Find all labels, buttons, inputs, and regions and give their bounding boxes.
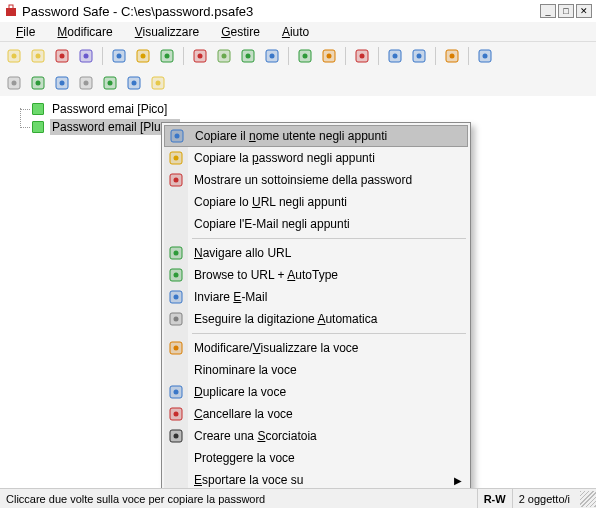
autotype-tb-icon[interactable] bbox=[214, 46, 234, 66]
window-controls: _ □ ✕ bbox=[538, 4, 592, 18]
globe-plus-icon bbox=[168, 267, 184, 283]
svg-point-33 bbox=[417, 54, 422, 59]
mail-icon bbox=[168, 289, 184, 305]
menu-help[interactable]: Aiuto bbox=[272, 23, 319, 41]
close-window-button[interactable]: ✕ bbox=[576, 4, 592, 18]
help-icon[interactable] bbox=[475, 46, 495, 66]
resize-grip[interactable] bbox=[580, 491, 596, 507]
close-icon[interactable] bbox=[52, 46, 72, 66]
find-icon[interactable] bbox=[100, 73, 120, 93]
new-file-icon[interactable] bbox=[4, 46, 24, 66]
context-menu-item[interactable]: Inviare E-Mail bbox=[164, 286, 468, 308]
clear-clipboard-icon[interactable] bbox=[190, 46, 210, 66]
context-menu-label: Cancellare la voce bbox=[194, 407, 293, 421]
svg-point-59 bbox=[174, 251, 179, 256]
list-icon[interactable] bbox=[76, 73, 96, 93]
menu-file[interactable]: File bbox=[6, 23, 45, 41]
tag-green-icon[interactable] bbox=[28, 73, 48, 93]
context-menu-item[interactable]: Modificare/Visualizzare la voce bbox=[164, 337, 468, 359]
context-menu-separator bbox=[192, 238, 466, 239]
globe-icon bbox=[168, 245, 184, 261]
context-menu: Copiare il nome utente negli appuntiCopi… bbox=[161, 122, 471, 508]
key-copy-icon[interactable] bbox=[133, 46, 153, 66]
user-copy-icon[interactable] bbox=[109, 46, 129, 66]
toolbar-separator bbox=[378, 47, 379, 65]
status-count: 2 oggetto/i bbox=[512, 489, 576, 508]
context-menu-label: Browse to URL + AutoType bbox=[194, 268, 338, 282]
svg-point-65 bbox=[174, 317, 179, 322]
minimize-button[interactable]: _ bbox=[540, 4, 556, 18]
context-menu-item[interactable]: Navigare allo URL bbox=[164, 242, 468, 264]
toolbar-separator bbox=[468, 47, 469, 65]
expand-icon[interactable] bbox=[385, 46, 405, 66]
context-menu-label: Copiare il nome utente negli appunti bbox=[195, 129, 387, 143]
context-menu-item[interactable]: Copiare l'E-Mail negli appunti bbox=[164, 213, 468, 235]
context-menu-item[interactable]: Eseguire la digitazione Automatica bbox=[164, 308, 468, 330]
svg-point-37 bbox=[483, 54, 488, 59]
svg-point-67 bbox=[174, 346, 179, 351]
maximize-button[interactable]: □ bbox=[558, 4, 574, 18]
svg-point-53 bbox=[175, 134, 180, 139]
context-menu-label: Copiare la password negli appunti bbox=[194, 151, 375, 165]
mail-tb-icon[interactable] bbox=[262, 46, 282, 66]
svg-point-9 bbox=[84, 54, 89, 59]
open-file-icon[interactable] bbox=[28, 46, 48, 66]
context-menu-item[interactable]: Duplicare la voce bbox=[164, 381, 468, 403]
toolbar-separator bbox=[345, 47, 346, 65]
save-icon[interactable] bbox=[76, 46, 96, 66]
tag-icon[interactable] bbox=[4, 73, 24, 93]
svg-point-73 bbox=[174, 434, 179, 439]
toolbar-separator bbox=[435, 47, 436, 65]
delete-tb-icon[interactable] bbox=[352, 46, 372, 66]
svg-point-19 bbox=[222, 54, 227, 59]
autotype-icon bbox=[168, 311, 184, 327]
context-menu-item[interactable]: Browse to URL + AutoType bbox=[164, 264, 468, 286]
toolbar-separator bbox=[102, 47, 103, 65]
context-menu-label: Creare una Scorciatoia bbox=[194, 429, 317, 443]
folder-icon[interactable] bbox=[148, 73, 168, 93]
svg-point-55 bbox=[174, 156, 179, 161]
add-entry-tb-icon[interactable] bbox=[295, 46, 315, 66]
pencil-icon bbox=[168, 340, 184, 356]
toolbar-secondary bbox=[0, 70, 596, 96]
mail-small-icon[interactable] bbox=[124, 73, 144, 93]
edit-entry-tb-icon[interactable] bbox=[319, 46, 339, 66]
user-small-icon[interactable] bbox=[52, 73, 72, 93]
svg-point-17 bbox=[198, 54, 203, 59]
delete-icon bbox=[168, 406, 184, 422]
svg-point-49 bbox=[132, 81, 137, 86]
context-menu-label: Mostrare un sottoinsieme della password bbox=[194, 173, 412, 187]
svg-point-25 bbox=[303, 54, 308, 59]
svg-point-41 bbox=[36, 81, 41, 86]
status-hint: Cliccare due volte sulla voce per copiar… bbox=[0, 493, 477, 505]
context-menu-item[interactable]: Copiare lo URL negli appunti bbox=[164, 191, 468, 213]
collapse-icon[interactable] bbox=[409, 46, 429, 66]
context-menu-item[interactable]: Cancellare la voce bbox=[164, 403, 468, 425]
subset-icon bbox=[168, 172, 184, 188]
notes-copy-icon[interactable] bbox=[157, 46, 177, 66]
tree-item[interactable]: Password emai [Pico] bbox=[6, 100, 596, 118]
menu-edit[interactable]: Modificare bbox=[47, 23, 122, 41]
svg-point-57 bbox=[174, 178, 179, 183]
context-menu-item[interactable]: Proteggere la voce bbox=[164, 447, 468, 469]
status-rw: R-W bbox=[477, 489, 512, 508]
menu-view[interactable]: Visualizzare bbox=[125, 23, 210, 41]
svg-point-11 bbox=[117, 54, 122, 59]
svg-point-15 bbox=[165, 54, 170, 59]
context-menu-item[interactable]: Mostrare un sottoinsieme della password bbox=[164, 169, 468, 191]
menu-manage[interactable]: Gestire bbox=[211, 23, 270, 41]
context-menu-label: Esportare la voce su bbox=[194, 473, 303, 487]
menu-bar: File Modificare Visualizzare Gestire Aiu… bbox=[0, 22, 596, 42]
context-menu-label: Modificare/Visualizzare la voce bbox=[194, 341, 359, 355]
options-icon[interactable] bbox=[442, 46, 462, 66]
context-menu-item[interactable]: Copiare il nome utente negli appunti bbox=[164, 125, 468, 147]
context-menu-item[interactable]: Rinominare la voce bbox=[164, 359, 468, 381]
svg-point-47 bbox=[108, 81, 113, 86]
globe-tb-icon[interactable] bbox=[238, 46, 258, 66]
context-menu-label: Proteggere la voce bbox=[194, 451, 295, 465]
context-menu-item[interactable]: Creare una Scorciatoia bbox=[164, 425, 468, 447]
svg-point-69 bbox=[174, 390, 179, 395]
svg-point-13 bbox=[141, 54, 146, 59]
submenu-arrow-icon: ▶ bbox=[454, 475, 462, 486]
context-menu-item[interactable]: Copiare la password negli appunti bbox=[164, 147, 468, 169]
